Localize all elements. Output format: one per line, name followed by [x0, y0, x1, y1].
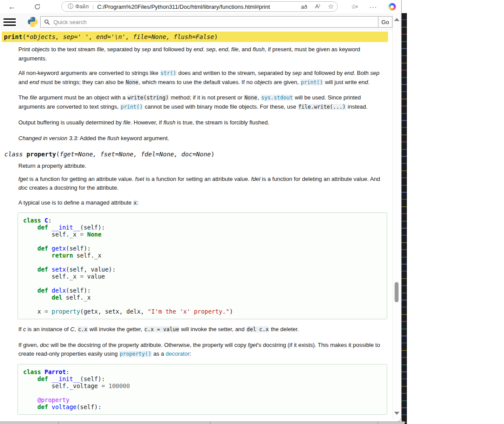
back-button[interactable]: ← — [5, 1, 18, 12]
signature-print: print(*objects, sep=' ', end='\n', file=… — [2, 32, 388, 42]
favorite-star-icon[interactable]: ☆ — [328, 3, 334, 11]
collections-icon[interactable]: ☆≡ — [351, 3, 358, 10]
inline-link[interactable]: str() — [160, 70, 177, 76]
background-window-sliver — [402, 13, 407, 424]
paragraph-property-doc: If given, doc will be the docstring of t… — [18, 341, 383, 359]
code-line — [23, 238, 382, 245]
browser-toolbar: ← ⓘ Файл | C:/Program%20Files/Python311/… — [0, 0, 401, 14]
code-line — [23, 301, 382, 308]
url-text: C:/Program%20Files/Python311/Doc/html/li… — [97, 4, 298, 10]
code-line: class C: — [23, 217, 382, 224]
taskbar-strip — [0, 421, 405, 424]
code-line: def delx(self): — [23, 287, 382, 294]
code-line — [23, 389, 382, 396]
read-aloud-icon[interactable]: A) — [315, 3, 320, 10]
code-line: x = property(getx, setx, delx, "I'm the … — [23, 308, 382, 315]
go-button[interactable]: Go — [378, 16, 392, 28]
paragraph-property-typical: A typical use is to define a managed att… — [18, 198, 383, 208]
code-line: def __init__(self): — [23, 224, 382, 231]
taskbar-divider — [58, 422, 59, 424]
copilot-icon[interactable] — [388, 3, 396, 11]
page-content: print(*objects, sep=' ', end='\n', file=… — [0, 31, 392, 420]
inline-link[interactable]: property() — [119, 351, 152, 357]
code-line: self._x = value — [23, 273, 382, 280]
code-line: class Parrot: — [23, 368, 382, 375]
code-line — [23, 259, 382, 266]
paragraph-property-return: Return a property attribute. — [18, 162, 383, 171]
translate-icon[interactable]: að — [301, 4, 307, 10]
code-line: def getx(self): — [23, 245, 382, 252]
code-block-parrot-example: class Parrot: def __init__(self): self._… — [18, 364, 387, 415]
quick-search-field[interactable] — [40, 16, 378, 28]
python-logo-icon — [27, 16, 38, 28]
page-info-icon[interactable]: ⓘ — [68, 3, 74, 11]
paragraph-print-changed: Changed in version 3.3: Added the flush … — [18, 134, 383, 143]
inline-link[interactable]: sys.stdout — [261, 95, 293, 101]
paragraph-print-file: The file argument must be an object with… — [18, 93, 383, 111]
screen: ← ⓘ Файл | C:/Program%20Files/Python311/… — [0, 0, 504, 424]
menu-icon[interactable] — [4, 18, 16, 26]
address-bar[interactable]: ⓘ Файл | C:/Program%20Files/Python311/Do… — [61, 1, 338, 12]
scrollbar-down-icon[interactable] — [394, 412, 399, 415]
more-options-icon[interactable]: ··· — [369, 3, 377, 11]
paragraph-print-conversion: All non-keyword arguments are converted … — [18, 69, 383, 87]
inline-link[interactable]: print() — [301, 79, 324, 85]
code-line: @property — [23, 396, 382, 403]
paragraph-print-intro: Print objects to the text stream file, s… — [18, 45, 383, 63]
taskbar-divider — [378, 422, 378, 424]
address-separator: | — [92, 4, 94, 10]
docs-header: Go — [0, 13, 401, 31]
code-line: self._voltage = 100000 — [23, 382, 382, 389]
code-line — [23, 280, 382, 287]
scrollbar-thumb[interactable] — [395, 282, 399, 302]
scrollbar-track[interactable] — [392, 14, 400, 419]
search-icon — [44, 19, 50, 25]
python-logo[interactable] — [27, 16, 38, 28]
code-line: del self._x — [23, 294, 382, 301]
taskbar-divider — [210, 422, 210, 424]
inline-link[interactable]: print() — [120, 104, 144, 110]
code-block-property-example: class C: def __init__(self): self._x = N… — [18, 212, 387, 319]
code-line: self._x = None — [23, 231, 382, 238]
paragraph-property-instance: If c is an instance of C, c.x will invok… — [18, 325, 383, 334]
code-line: def setx(self, value): — [23, 266, 382, 273]
paragraph-print-buffering: Output buffering is usually determined b… — [18, 118, 383, 127]
refresh-icon — [34, 4, 41, 10]
code-line: return self._x — [23, 252, 382, 259]
code-line: def voltage(self): — [23, 403, 382, 410]
paragraph-property-fget: fget is a function for getting an attrib… — [18, 175, 383, 193]
scrollbar-up-icon[interactable] — [394, 18, 399, 21]
refresh-button[interactable] — [31, 1, 44, 12]
signature-property: class property(fget=None, fset=None, fde… — [4, 149, 388, 159]
url-scheme-label: Файл — [75, 4, 89, 10]
browser-window: ← ⓘ Файл | C:/Program%20Files/Python311/… — [0, 0, 402, 422]
code-line: def __init__(self): — [23, 375, 382, 382]
search-input[interactable] — [52, 18, 378, 26]
inline-link[interactable]: decorator — [166, 350, 190, 357]
